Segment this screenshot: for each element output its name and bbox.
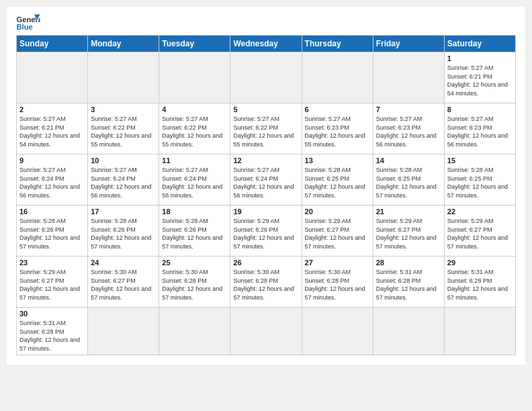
calendar-header: General Blue bbox=[16, 13, 516, 32]
day-info: Sunrise: 5:31 AMSunset: 6:28 PMDaylight:… bbox=[19, 319, 85, 353]
calendar-container: General Blue SundayMondayTuesdayWednesda… bbox=[7, 7, 525, 365]
calendar-cell: 14Sunrise: 5:28 AMSunset: 6:25 PMDayligh… bbox=[373, 154, 444, 205]
day-number: 20 bbox=[305, 208, 370, 216]
calendar-cell: 8Sunrise: 5:27 AMSunset: 6:23 PMDaylight… bbox=[444, 103, 515, 154]
calendar-cell bbox=[302, 308, 373, 355]
day-info: Sunrise: 5:27 AMSunset: 6:24 PMDaylight:… bbox=[19, 166, 85, 199]
day-number: 25 bbox=[162, 259, 227, 267]
logo: General Blue bbox=[16, 13, 40, 32]
calendar-cell: 1Sunrise: 5:27 AMSunset: 6:21 PMDaylight… bbox=[444, 52, 515, 103]
day-of-week-header: Saturday bbox=[444, 36, 515, 52]
calendar-cell: 13Sunrise: 5:28 AMSunset: 6:25 PMDayligh… bbox=[302, 154, 373, 205]
day-info: Sunrise: 5:27 AMSunset: 6:21 PMDaylight:… bbox=[447, 64, 513, 97]
day-of-week-header: Wednesday bbox=[230, 36, 302, 52]
day-number: 30 bbox=[19, 310, 85, 318]
calendar-cell: 20Sunrise: 5:29 AMSunset: 6:27 PMDayligh… bbox=[302, 205, 373, 257]
calendar-cell bbox=[159, 52, 230, 103]
day-info: Sunrise: 5:27 AMSunset: 6:22 PMDaylight:… bbox=[162, 115, 227, 148]
generalblue-logo-icon: General Blue bbox=[16, 13, 40, 32]
day-info: Sunrise: 5:30 AMSunset: 6:28 PMDaylight:… bbox=[162, 268, 227, 302]
day-number: 12 bbox=[233, 156, 298, 165]
day-info: Sunrise: 5:29 AMSunset: 6:27 PMDaylight:… bbox=[376, 217, 441, 250]
day-info: Sunrise: 5:28 AMSunset: 6:26 PMDaylight:… bbox=[162, 217, 227, 250]
calendar-cell: 25Sunrise: 5:30 AMSunset: 6:28 PMDayligh… bbox=[159, 257, 230, 308]
day-number: 7 bbox=[376, 105, 441, 113]
svg-text:Blue: Blue bbox=[17, 23, 33, 31]
day-number: 6 bbox=[305, 105, 370, 113]
day-number: 22 bbox=[447, 208, 513, 216]
day-info: Sunrise: 5:31 AMSunset: 6:28 PMDaylight:… bbox=[447, 268, 513, 302]
calendar-header-row: SundayMondayTuesdayWednesdayThursdayFrid… bbox=[17, 36, 516, 52]
calendar-cell bbox=[88, 52, 159, 103]
calendar-cell: 17Sunrise: 5:28 AMSunset: 6:26 PMDayligh… bbox=[88, 205, 159, 257]
day-number: 15 bbox=[447, 156, 513, 165]
calendar-cell bbox=[230, 308, 302, 355]
day-number: 2 bbox=[19, 105, 85, 113]
calendar-cell bbox=[88, 308, 159, 355]
day-number: 5 bbox=[233, 105, 298, 113]
day-info: Sunrise: 5:29 AMSunset: 6:27 PMDaylight:… bbox=[305, 217, 370, 250]
day-of-week-header: Thursday bbox=[302, 36, 373, 52]
day-number: 18 bbox=[162, 208, 227, 216]
day-info: Sunrise: 5:27 AMSunset: 6:23 PMDaylight:… bbox=[447, 115, 513, 148]
calendar-cell bbox=[159, 308, 230, 355]
day-number: 29 bbox=[447, 259, 513, 267]
day-number: 17 bbox=[91, 208, 156, 216]
calendar-cell: 23Sunrise: 5:29 AMSunset: 6:27 PMDayligh… bbox=[17, 257, 88, 308]
day-info: Sunrise: 5:30 AMSunset: 6:27 PMDaylight:… bbox=[91, 268, 156, 302]
day-info: Sunrise: 5:28 AMSunset: 6:25 PMDaylight:… bbox=[376, 166, 441, 199]
day-info: Sunrise: 5:28 AMSunset: 6:26 PMDaylight:… bbox=[19, 217, 85, 250]
calendar-cell: 28Sunrise: 5:31 AMSunset: 6:28 PMDayligh… bbox=[373, 257, 444, 308]
day-info: Sunrise: 5:29 AMSunset: 6:27 PMDaylight:… bbox=[447, 217, 513, 250]
day-info: Sunrise: 5:29 AMSunset: 6:27 PMDaylight:… bbox=[19, 268, 85, 302]
day-number: 19 bbox=[233, 208, 298, 216]
calendar-cell: 4Sunrise: 5:27 AMSunset: 6:22 PMDaylight… bbox=[159, 103, 230, 154]
day-of-week-header: Monday bbox=[88, 36, 159, 52]
day-number: 8 bbox=[447, 105, 513, 113]
calendar-cell: 2Sunrise: 5:27 AMSunset: 6:21 PMDaylight… bbox=[17, 103, 88, 154]
day-number: 28 bbox=[376, 259, 441, 267]
calendar-cell: 29Sunrise: 5:31 AMSunset: 6:28 PMDayligh… bbox=[444, 257, 515, 308]
calendar-cell: 26Sunrise: 5:30 AMSunset: 6:28 PMDayligh… bbox=[230, 257, 302, 308]
day-info: Sunrise: 5:27 AMSunset: 6:24 PMDaylight:… bbox=[233, 166, 298, 199]
calendar-cell bbox=[444, 308, 515, 355]
calendar-cell: 5Sunrise: 5:27 AMSunset: 6:22 PMDaylight… bbox=[230, 103, 302, 154]
day-number: 16 bbox=[19, 208, 85, 216]
calendar-cell bbox=[230, 52, 302, 103]
calendar-cell: 12Sunrise: 5:27 AMSunset: 6:24 PMDayligh… bbox=[230, 154, 302, 205]
day-info: Sunrise: 5:30 AMSunset: 6:28 PMDaylight:… bbox=[233, 268, 298, 302]
calendar-cell: 21Sunrise: 5:29 AMSunset: 6:27 PMDayligh… bbox=[373, 205, 444, 257]
day-number: 27 bbox=[305, 259, 370, 267]
day-info: Sunrise: 5:27 AMSunset: 6:24 PMDaylight:… bbox=[91, 166, 156, 199]
day-number: 10 bbox=[91, 156, 156, 165]
day-info: Sunrise: 5:27 AMSunset: 6:24 PMDaylight:… bbox=[162, 166, 227, 199]
calendar-cell: 10Sunrise: 5:27 AMSunset: 6:24 PMDayligh… bbox=[88, 154, 159, 205]
day-info: Sunrise: 5:27 AMSunset: 6:23 PMDaylight:… bbox=[305, 115, 370, 148]
day-info: Sunrise: 5:27 AMSunset: 6:22 PMDaylight:… bbox=[233, 115, 298, 148]
day-of-week-header: Sunday bbox=[17, 36, 88, 52]
day-info: Sunrise: 5:29 AMSunset: 6:26 PMDaylight:… bbox=[233, 217, 298, 250]
calendar-cell bbox=[17, 52, 88, 103]
calendar-cell: 27Sunrise: 5:30 AMSunset: 6:28 PMDayligh… bbox=[302, 257, 373, 308]
calendar-cell bbox=[302, 52, 373, 103]
day-info: Sunrise: 5:27 AMSunset: 6:23 PMDaylight:… bbox=[376, 115, 441, 148]
day-info: Sunrise: 5:28 AMSunset: 6:25 PMDaylight:… bbox=[305, 166, 370, 199]
day-number: 24 bbox=[91, 259, 156, 267]
day-info: Sunrise: 5:30 AMSunset: 6:28 PMDaylight:… bbox=[305, 268, 370, 302]
calendar-cell: 7Sunrise: 5:27 AMSunset: 6:23 PMDaylight… bbox=[373, 103, 444, 154]
calendar-cell bbox=[373, 308, 444, 355]
day-info: Sunrise: 5:28 AMSunset: 6:25 PMDaylight:… bbox=[447, 166, 513, 199]
calendar-cell: 6Sunrise: 5:27 AMSunset: 6:23 PMDaylight… bbox=[302, 103, 373, 154]
calendar-cell: 19Sunrise: 5:29 AMSunset: 6:26 PMDayligh… bbox=[230, 205, 302, 257]
calendar-table: SundayMondayTuesdayWednesdayThursdayFrid… bbox=[16, 35, 516, 355]
day-number: 4 bbox=[162, 105, 227, 113]
day-number: 21 bbox=[376, 208, 441, 216]
calendar-cell bbox=[373, 52, 444, 103]
calendar-cell: 16Sunrise: 5:28 AMSunset: 6:26 PMDayligh… bbox=[17, 205, 88, 257]
calendar-cell: 30Sunrise: 5:31 AMSunset: 6:28 PMDayligh… bbox=[17, 308, 88, 355]
calendar-cell: 18Sunrise: 5:28 AMSunset: 6:26 PMDayligh… bbox=[159, 205, 230, 257]
day-number: 26 bbox=[233, 259, 298, 267]
day-number: 23 bbox=[19, 259, 85, 267]
day-info: Sunrise: 5:27 AMSunset: 6:22 PMDaylight:… bbox=[91, 115, 156, 148]
day-number: 9 bbox=[19, 156, 85, 165]
